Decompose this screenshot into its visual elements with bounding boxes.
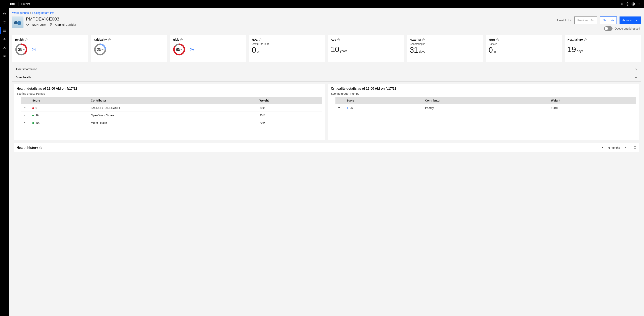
kpi-value: 0 bbox=[252, 46, 256, 55]
kpi-nextfailure: Next failure 19days bbox=[565, 35, 641, 62]
kpi-nextpm: Next PM Generating in 31days bbox=[407, 35, 483, 62]
criticality-table: Score Contributor Weight 25 Priority 100… bbox=[336, 97, 636, 112]
table-row: 100 Meter Health 20% bbox=[21, 119, 322, 127]
svg-point-18 bbox=[5, 48, 6, 49]
range-prev-icon[interactable] bbox=[602, 146, 604, 149]
topbar-divider bbox=[18, 2, 18, 6]
kpi-unit: days bbox=[577, 49, 583, 53]
nav-gauge-icon[interactable] bbox=[2, 37, 6, 41]
svg-point-0 bbox=[621, 4, 622, 5]
info-icon[interactable] bbox=[108, 38, 111, 41]
crumb-failing-before-pm[interactable]: Failing before PM bbox=[32, 11, 54, 15]
kpi-age: Age 10years bbox=[328, 35, 404, 62]
asset-info-header[interactable]: Asset information bbox=[12, 65, 641, 73]
kpi-label: Criticality bbox=[94, 38, 107, 41]
th-weight: Weight bbox=[548, 97, 636, 104]
layers-icon bbox=[26, 23, 29, 26]
kpi-value: 10 bbox=[331, 45, 339, 54]
queue-unaddressed-toggle[interactable] bbox=[604, 26, 612, 31]
criticality-details-panel: Criticality details as of 12:00 AM on 4/… bbox=[328, 84, 640, 140]
sg-value: Pumps bbox=[36, 92, 45, 95]
kpi-unit: days bbox=[419, 50, 425, 53]
cell-weight: 20% bbox=[257, 119, 322, 127]
actions-label: Actions bbox=[622, 19, 632, 22]
calendar-icon[interactable] bbox=[634, 146, 636, 149]
actions-button[interactable]: Actions bbox=[620, 17, 641, 24]
crumb-work-queues[interactable]: Work queues bbox=[12, 11, 29, 15]
kpi-mrr: MRR Ratio is 0% bbox=[486, 35, 562, 62]
info-icon[interactable] bbox=[259, 38, 262, 41]
product-label: Predict bbox=[21, 3, 30, 6]
cell-contrib: Open Work Orders bbox=[88, 112, 257, 119]
kpi-risk: Risk 85% 0% bbox=[170, 35, 246, 62]
info-icon[interactable] bbox=[496, 38, 499, 41]
nav-location-icon[interactable] bbox=[2, 20, 6, 24]
sg-label: Scoring group: bbox=[331, 92, 349, 95]
help-icon[interactable] bbox=[625, 1, 630, 7]
expand-row-icon[interactable] bbox=[338, 106, 340, 109]
kpi-label: Next PM bbox=[410, 38, 421, 41]
th-weight: Weight bbox=[257, 97, 322, 104]
kpi-label: Next failure bbox=[568, 38, 583, 41]
svg-point-13 bbox=[640, 5, 640, 5]
nav-queue-icon[interactable] bbox=[2, 29, 6, 33]
kpi-value: 19 bbox=[568, 45, 576, 54]
range-next-icon[interactable] bbox=[624, 146, 627, 149]
asset-information-section: Asset information bbox=[12, 65, 641, 73]
svg-point-9 bbox=[638, 4, 639, 4]
svg-point-19 bbox=[4, 55, 4, 56]
pager-text: Asset 1 of 4 bbox=[557, 19, 572, 22]
asset-health-header[interactable]: Asset health bbox=[12, 73, 641, 82]
expand-row-icon[interactable] bbox=[24, 121, 26, 124]
svg-point-6 bbox=[638, 3, 639, 3]
info-icon[interactable] bbox=[25, 38, 28, 41]
nav-dashboard-icon[interactable] bbox=[2, 12, 6, 16]
expand-row-icon[interactable] bbox=[24, 114, 26, 116]
kpi-label: RUL bbox=[252, 38, 258, 41]
kpi-value: 0 bbox=[488, 46, 493, 55]
svg-point-20 bbox=[5, 56, 6, 56]
cell-weight: 100% bbox=[548, 104, 636, 112]
info-icon[interactable] bbox=[39, 146, 42, 149]
svg-point-21 bbox=[4, 56, 4, 57]
oem-label: NON-OEM bbox=[32, 23, 46, 26]
status-dot bbox=[32, 107, 34, 109]
kpi-label: Risk bbox=[173, 38, 179, 41]
cell-contrib: FACRULYEARSSAMPLE bbox=[88, 104, 257, 112]
breadcrumb: Work queues / Failing before PM / bbox=[12, 11, 641, 17]
criticality-gauge: 25% bbox=[94, 43, 106, 56]
next-button[interactable]: Next bbox=[600, 17, 617, 24]
top-bar: IBM Predict bbox=[0, 0, 644, 8]
kpi-unit: % bbox=[494, 50, 496, 53]
svg-point-11 bbox=[638, 5, 638, 5]
user-icon[interactable] bbox=[630, 1, 636, 7]
asset-health-section: Asset health Health details as of 12:00 … bbox=[12, 73, 641, 156]
previous-button[interactable]: Previous bbox=[574, 17, 597, 24]
table-row: 98 Open Work Orders 20% bbox=[21, 112, 322, 119]
svg-rect-38 bbox=[634, 146, 636, 148]
kpi-unit: % bbox=[257, 50, 260, 53]
health-gauge: 39% bbox=[15, 43, 28, 56]
svg-point-12 bbox=[638, 5, 639, 5]
info-icon[interactable] bbox=[584, 38, 587, 41]
settings-icon[interactable] bbox=[619, 1, 625, 7]
kpi-sub: Useful life is at bbox=[252, 42, 322, 45]
info-icon[interactable] bbox=[422, 38, 425, 41]
info-icon[interactable] bbox=[180, 38, 183, 41]
kpi-label: Age bbox=[331, 38, 336, 41]
expand-row-icon[interactable] bbox=[24, 106, 26, 109]
th-contrib: Contributor bbox=[88, 97, 257, 104]
crumb-sep: / bbox=[30, 11, 31, 15]
apps-icon[interactable] bbox=[636, 1, 642, 7]
kpi-criticality: Criticality 25% bbox=[91, 35, 167, 62]
gauge-value: 85 bbox=[176, 47, 180, 52]
nav-sliders-icon[interactable] bbox=[2, 54, 6, 58]
menu-icon[interactable] bbox=[2, 2, 6, 6]
status-dot bbox=[32, 115, 34, 116]
main-content: Work queues / Failing before PM / PMPDEV… bbox=[9, 8, 644, 163]
th-score: Score bbox=[344, 97, 423, 104]
range-control: 6 months bbox=[602, 146, 636, 149]
svg-point-4 bbox=[633, 3, 634, 4]
info-icon[interactable] bbox=[337, 38, 340, 41]
nav-hierarchy-icon[interactable] bbox=[2, 45, 6, 49]
